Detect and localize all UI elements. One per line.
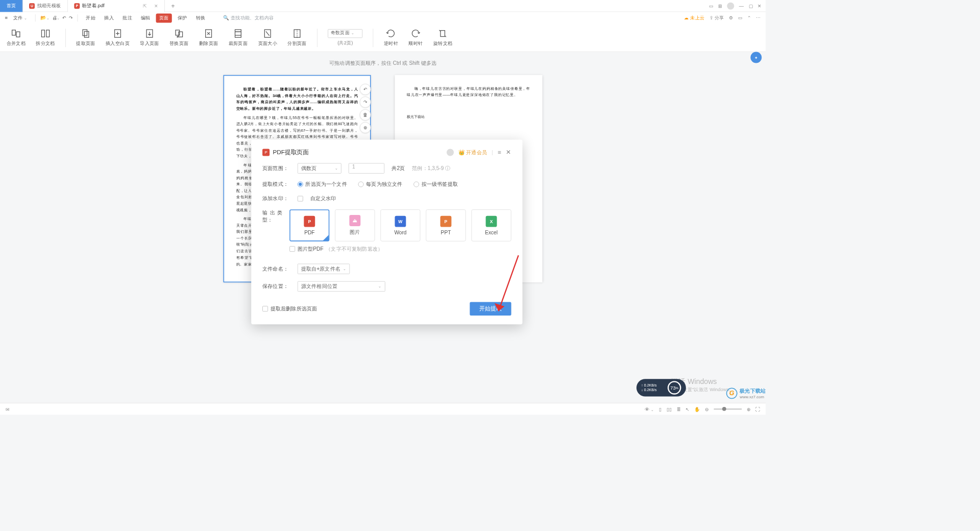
- drag-hint: 可拖动调整页面顺序，按住 Ctrl 或 Shift 键多选: [0, 60, 766, 67]
- fit-icon[interactable]: ⛶: [755, 406, 760, 412]
- image-pdf-checkbox[interactable]: [289, 246, 295, 252]
- view-continuous-icon[interactable]: ≣: [677, 406, 681, 412]
- ribbon-import[interactable]: 导入页面: [140, 28, 159, 47]
- tab-home[interactable]: 首页: [0, 0, 23, 12]
- zoom-icon[interactable]: ⊕: [360, 122, 371, 133]
- tab-file[interactable]: P盼望着.pdf⇱✕: [68, 0, 165, 12]
- menubar: ≡ 文件 ⌄ 📂 ⌄ 🖨 ⌄ ↶ ↷ 开始 插入 批注 编辑 页面 保护 转换 …: [0, 12, 766, 23]
- pin-icon[interactable]: ⇱: [143, 3, 147, 9]
- ribbon-divide[interactable]: 分割页面: [287, 28, 307, 47]
- menu-icon[interactable]: ≡: [498, 149, 501, 155]
- rotate-right-icon[interactable]: ↷: [360, 96, 371, 108]
- watermark-checkbox[interactable]: [298, 196, 303, 202]
- ribbon-cw[interactable]: 顺时针: [408, 28, 423, 47]
- view-single-icon[interactable]: ▯: [659, 406, 662, 412]
- close-icon[interactable]: ✕: [154, 3, 158, 9]
- ribbon-extract[interactable]: 提取页面: [76, 28, 95, 47]
- page-tools: ↶ ↷ 🗑 ⊕: [360, 84, 371, 133]
- range-select[interactable]: 偶数页⌄: [298, 163, 341, 174]
- network-widget[interactable]: ↑ 0.2KB/s ↓ 0.2KB/s 73%: [636, 379, 686, 396]
- menu-protect[interactable]: 保护: [175, 13, 190, 22]
- site-logo-icon: G: [726, 388, 738, 399]
- menu-convert[interactable]: 转换: [193, 13, 209, 22]
- trash-icon[interactable]: 🗑: [360, 109, 371, 120]
- range-input[interactable]: 1: [349, 163, 384, 174]
- type-image[interactable]: ⛰图片: [335, 209, 375, 242]
- name-select[interactable]: 提取自+原文件名⌄: [298, 263, 350, 274]
- rotate-left-icon[interactable]: ↶: [360, 84, 371, 95]
- pdf-icon: P: [74, 3, 80, 9]
- ribbon-size[interactable]: 页面大小: [258, 28, 278, 47]
- page-filter-select[interactable]: 奇数页面 ⌄: [328, 29, 362, 38]
- hamburger-icon[interactable]: ≡: [5, 15, 7, 21]
- pdf-icon: P: [262, 149, 270, 156]
- image-pdf-note: （文字不可复制防篡改）: [326, 245, 383, 252]
- type-word[interactable]: WWord: [380, 209, 420, 242]
- wps-icon: U: [29, 3, 35, 9]
- status-mail-icon[interactable]: ✉: [6, 406, 10, 412]
- ribbon-rotate[interactable]: 旋转文档: [433, 28, 453, 47]
- zoom-slider[interactable]: [714, 408, 742, 409]
- search-box[interactable]: 🔍 查找功能、文档内容: [223, 15, 274, 21]
- avatar-icon[interactable]: [447, 149, 454, 156]
- menu-comment[interactable]: 批注: [119, 13, 135, 22]
- ribbon-replace[interactable]: 替换页面: [169, 28, 189, 47]
- file-menu[interactable]: 文件 ⌄: [10, 13, 31, 22]
- cursor-icon[interactable]: ↖: [685, 406, 690, 412]
- menu-edit[interactable]: 编辑: [138, 13, 154, 22]
- gear-icon[interactable]: ⚙: [729, 15, 733, 21]
- collapse-ribbon-icon[interactable]: ⌃: [747, 15, 751, 21]
- save-select[interactable]: 源文件相同位置⌄: [298, 281, 385, 292]
- type-excel[interactable]: XExcel: [471, 209, 511, 242]
- vip-link[interactable]: 👑 开通会员: [458, 149, 486, 156]
- view-eye-icon[interactable]: 👁 ⌄: [645, 406, 654, 412]
- max-button[interactable]: ▢: [749, 3, 753, 9]
- tab-template[interactable]: U找稻壳模板: [23, 0, 68, 12]
- site-watermark: G 极光下载站www.xz7.com: [726, 388, 766, 399]
- menu-start[interactable]: 开始: [83, 13, 99, 22]
- svg-rect-15: [235, 30, 241, 37]
- radio-single-file[interactable]: 所选页为一个文件: [298, 181, 347, 188]
- search-icon: 🔍: [223, 15, 229, 21]
- view-double-icon[interactable]: ▯▯: [667, 406, 672, 412]
- zoom-in-icon[interactable]: ⊕: [747, 406, 751, 412]
- min-button[interactable]: —: [739, 3, 744, 9]
- type-ppt[interactable]: PPPT: [426, 209, 465, 242]
- menu-page[interactable]: 页面: [156, 13, 172, 22]
- svg-rect-5: [84, 31, 88, 37]
- share-button[interactable]: ⇪ 分享: [709, 15, 724, 21]
- more-icon[interactable]: ⋯: [756, 15, 761, 21]
- layout-1-icon[interactable]: ▭: [709, 3, 714, 9]
- undo-icon[interactable]: ↶: [62, 15, 66, 21]
- total-pages: 共2页: [391, 165, 405, 172]
- delete-after-label: 提取后删除所选页面: [271, 305, 317, 312]
- layout-grid-icon[interactable]: ⊞: [718, 3, 722, 9]
- close-icon[interactable]: ✕: [506, 149, 511, 156]
- new-tab-button[interactable]: +: [165, 0, 181, 12]
- ribbon-split[interactable]: 拆分文档: [36, 28, 55, 47]
- close-button[interactable]: ✕: [757, 3, 762, 9]
- radio-each-file[interactable]: 每页为独立文件: [358, 181, 403, 188]
- start-extract-button[interactable]: 开始提取: [470, 302, 511, 316]
- hand-icon[interactable]: ✋: [694, 406, 700, 412]
- chat-icon[interactable]: ▭: [738, 15, 743, 21]
- ribbon-merge[interactable]: 合并文档: [7, 28, 26, 47]
- delete-after-checkbox[interactable]: [262, 306, 268, 311]
- radio-bookmark[interactable]: 按一级书签提取: [413, 181, 458, 188]
- print-icon[interactable]: 🖨 ⌄: [52, 15, 60, 21]
- open-icon[interactable]: 📂 ⌄: [40, 15, 50, 21]
- output-label: 输出类型：: [262, 209, 282, 224]
- ribbon: 合并文档 拆分文档 提取页面 插入空白页 导入页面 替换页面 删除页面 裁剪页面…: [0, 24, 766, 52]
- ribbon-crop[interactable]: 裁剪页面: [229, 28, 248, 47]
- user-avatar[interactable]: [727, 2, 734, 9]
- ribbon-insert-blank[interactable]: 插入空白页: [106, 28, 130, 47]
- zoom-out-icon[interactable]: ⊖: [705, 406, 709, 412]
- cloud-status[interactable]: ☁ 未上云: [684, 15, 704, 21]
- svg-rect-0: [12, 30, 16, 35]
- type-pdf[interactable]: PPDF: [289, 209, 329, 242]
- float-assistant[interactable]: ✦: [750, 52, 762, 63]
- menu-insert[interactable]: 插入: [101, 13, 117, 22]
- redo-icon[interactable]: ↷: [69, 15, 73, 21]
- ribbon-ccw[interactable]: 逆时针: [384, 28, 398, 47]
- ribbon-delete[interactable]: 删除页面: [199, 28, 218, 47]
